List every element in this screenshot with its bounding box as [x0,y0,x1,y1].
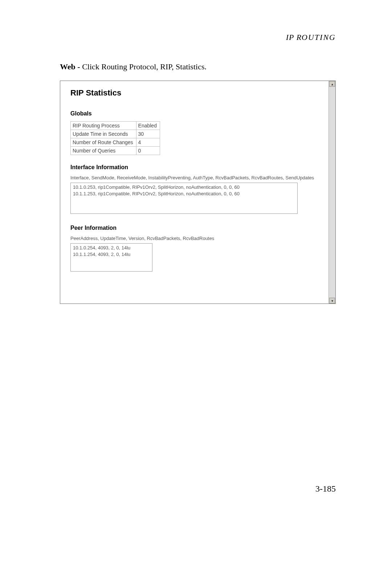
peer-heading: Peer Information [70,225,325,231]
globals-table: RIP Routing Process Enabled Update Time … [70,121,160,155]
list-item: 10.1.1.254, 4093, 2, 0, 14lu [73,251,150,258]
scroll-down-icon[interactable]: ▾ [329,298,335,304]
globals-label: Update Time in Seconds [71,130,136,138]
globals-heading: Globals [70,110,325,117]
screenshot-panel: ▴ ▾ RIP Statistics Globals RIP Routing P… [60,81,336,304]
table-row: Number of Route Changes 4 [71,138,160,147]
panel-title: RIP Statistics [70,88,325,98]
list-item: 10.1.1.253, rip1Compatible, RIPv1Orv2, S… [73,191,295,197]
interface-listbox[interactable]: 10.1.0.253, rip1Compatible, RIPv1Orv2, S… [70,183,298,214]
globals-label: Number of Queries [71,147,136,155]
page-number: 3-185 [315,484,336,494]
peer-listbox[interactable]: 10.1.0.254, 4093, 2, 0, 14lu 10.1.1.254,… [70,243,152,272]
table-row: Number of Queries 0 [71,147,160,155]
globals-value: 4 [136,138,160,147]
list-item: 10.1.0.253, rip1Compatible, RIPv1Orv2, S… [73,184,295,191]
globals-label: RIP Routing Process [71,122,136,130]
table-row: Update Time in Seconds 30 [71,130,160,138]
header-smallcaps: OUTING [302,33,336,42]
instruction-prefix: Web - [60,62,82,71]
globals-value: Enabled [136,122,160,130]
globals-label: Number of Route Changes [71,138,136,147]
globals-value: 30 [136,130,160,138]
peer-columns: PeerAddress, UpdateTime, Version, RcvBad… [70,236,325,241]
scroll-up-icon[interactable]: ▴ [329,81,335,87]
scrollbar[interactable]: ▴ ▾ [328,81,335,304]
instruction-text: Click Routing Protocol, RIP, Statistics. [82,62,207,71]
header-italic: IP R [286,33,302,42]
interface-columns: Interface, SendMode, ReceiveMode, Instab… [70,175,325,180]
globals-value: 0 [136,147,160,155]
list-item: 10.1.0.254, 4093, 2, 0, 14lu [73,245,150,251]
page-header: IP ROUTING [60,33,336,42]
table-row: RIP Routing Process Enabled [71,122,160,130]
instruction-line: Web - Click Routing Protocol, RIP, Stati… [60,62,336,72]
interface-heading: Interface Information [70,164,325,171]
